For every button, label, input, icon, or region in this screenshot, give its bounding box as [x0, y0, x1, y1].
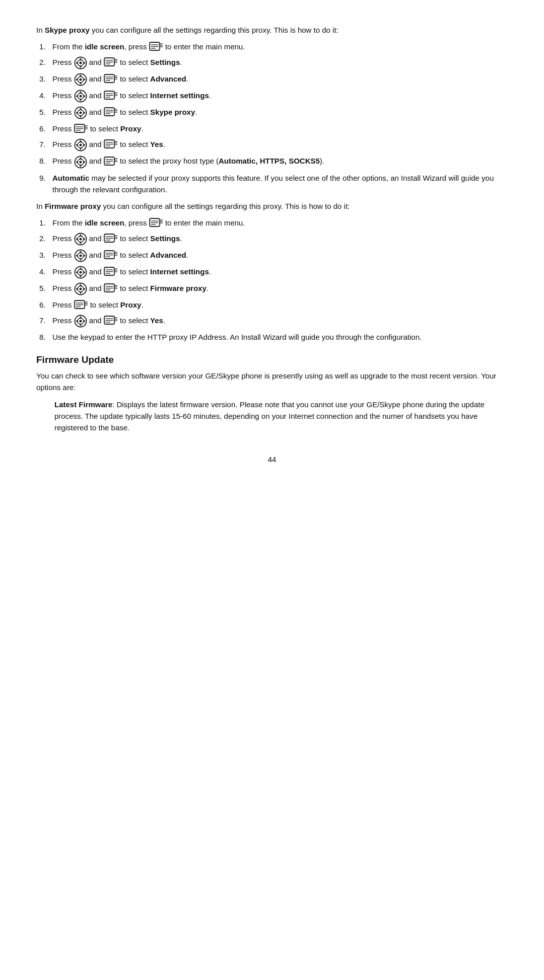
- svg-marker-86: [79, 157, 82, 159]
- step-content-9: Automatic may be selected if your proxy …: [52, 172, 508, 196]
- fw-scroll-icon-7: [74, 316, 87, 325]
- svg-marker-73: [79, 148, 82, 150]
- fw-step-7: 7. Press and to select Yes.: [36, 315, 508, 328]
- step-content-6: Press to select Proxy.: [52, 123, 508, 135]
- svg-marker-171: [79, 324, 82, 326]
- fw-step-content-1: From the idle screen, press to enter the…: [52, 217, 508, 229]
- skype-step-4: 4. Press and to select Internet settings…: [36, 90, 508, 103]
- skype-proxy-steps: 1. From the idle screen, press to enter …: [36, 41, 508, 195]
- skype-step-2: 2. Press and to select Settings.: [36, 56, 508, 69]
- fw-step-content-6: Press to select Proxy.: [52, 299, 508, 311]
- svg-point-111: [79, 238, 82, 241]
- step-num-7: 7.: [39, 138, 52, 150]
- skype-step-1: 1. From the idle screen, press to enter …: [36, 41, 508, 53]
- svg-point-174: [79, 320, 82, 323]
- step-content-5: Press and to select Skype proxy.: [52, 106, 508, 119]
- svg-marker-110: [84, 238, 86, 241]
- fw-step-content-8: Use the keypad to enter the HTTP proxy I…: [52, 331, 508, 343]
- fw-menu-btn-icon-2: [104, 234, 118, 243]
- fw-menu-btn-icon-3: [104, 251, 118, 259]
- svg-marker-37: [79, 91, 82, 93]
- firmware-proxy-steps: 1. From the idle screen, press to enter …: [36, 217, 508, 343]
- step-num-4: 4.: [39, 90, 52, 101]
- latest-firmware-text: Latest Firmware: Displays the latest fir…: [54, 399, 508, 434]
- svg-marker-109: [76, 238, 78, 241]
- fw-step-1: 1. From the idle screen, press to enter …: [36, 217, 508, 229]
- skype-step-9: 9. Automatic may be selected if your pro…: [36, 172, 508, 196]
- scroll-icon-7: [74, 140, 87, 148]
- svg-marker-88: [76, 161, 78, 163]
- fw-step-content-5: Press and to select Firmware proxy.: [52, 282, 508, 295]
- scroll-icon-2: [74, 58, 87, 66]
- step-num-2: 2.: [39, 56, 52, 68]
- svg-point-125: [79, 255, 82, 257]
- fw-step-content-3: Press and to select Advanced.: [52, 249, 508, 262]
- svg-marker-24: [79, 83, 82, 85]
- firmware-update-heading: Firmware Update: [36, 352, 508, 367]
- svg-point-139: [79, 271, 82, 274]
- svg-marker-107: [79, 234, 82, 236]
- svg-point-90: [79, 161, 82, 163]
- latest-firmware-block: Latest Firmware: Displays the latest fir…: [54, 399, 508, 434]
- firmware-proxy-intro: In Firmware proxy you can configure all …: [36, 200, 508, 212]
- fw-step-5: 5. Press and to select Firmware proxy.: [36, 282, 508, 295]
- fw-step-num-5: 5.: [39, 282, 52, 294]
- svg-marker-51: [79, 108, 82, 110]
- svg-marker-150: [79, 292, 82, 294]
- skype-proxy-intro: In Skype proxy you can configure all the…: [36, 24, 508, 36]
- fw-scroll-icon-4: [74, 267, 87, 276]
- page-number: 44: [36, 454, 508, 465]
- skype-step-5: 5. Press and to select Skype proxy.: [36, 106, 508, 119]
- fw-step-2: 2. Press and to select Settings.: [36, 233, 508, 246]
- step-num-1: 1.: [39, 41, 52, 52]
- menu-btn-icon-7: [104, 140, 118, 148]
- fw-step-num-6: 6.: [39, 299, 52, 311]
- menu-btn-icon-4: [104, 91, 118, 100]
- svg-marker-26: [84, 79, 86, 81]
- fw-step-4: 4. Press and to select Internet settings…: [36, 266, 508, 279]
- svg-marker-87: [79, 165, 82, 167]
- latest-firmware-bold: Latest Firmware: [54, 400, 112, 409]
- svg-marker-108: [79, 242, 82, 244]
- svg-marker-39: [76, 95, 78, 98]
- menu-btn-icon-6: [74, 124, 88, 133]
- fw-step-num-8: 8.: [39, 331, 52, 343]
- svg-point-13: [79, 62, 82, 64]
- svg-marker-75: [84, 144, 86, 146]
- svg-point-153: [79, 288, 82, 290]
- step-num-6: 6.: [39, 123, 52, 134]
- fw-step-num-7: 7.: [39, 315, 52, 326]
- svg-marker-10: [79, 66, 82, 68]
- fw-menu-btn-icon-5: [104, 284, 118, 292]
- fw-menu-btn-icon-6: [74, 300, 88, 309]
- fw-menu-btn-icon-7: [104, 316, 118, 325]
- step-num-3: 3.: [39, 73, 52, 85]
- svg-marker-172: [76, 320, 78, 323]
- svg-marker-52: [79, 116, 82, 118]
- fw-step-num-4: 4.: [39, 266, 52, 277]
- svg-marker-40: [84, 95, 86, 98]
- fw-step-6: 6. Press to select Proxy.: [36, 299, 508, 311]
- step-content-8: Press and to select the proxy host type …: [52, 155, 508, 168]
- step-num-8: 8.: [39, 155, 52, 167]
- svg-marker-135: [79, 267, 82, 269]
- fw-step-content-7: Press and to select Yes.: [52, 315, 508, 328]
- svg-marker-124: [84, 255, 86, 257]
- svg-marker-25: [76, 79, 78, 81]
- svg-point-41: [79, 95, 82, 98]
- svg-point-27: [79, 79, 82, 81]
- svg-marker-38: [79, 99, 82, 101]
- svg-marker-89: [84, 161, 86, 163]
- svg-marker-152: [84, 288, 86, 290]
- scroll-icon-8: [74, 157, 87, 165]
- svg-marker-53: [76, 112, 78, 114]
- svg-marker-122: [79, 259, 82, 261]
- svg-marker-136: [79, 275, 82, 277]
- page-container: In Skype proxy you can configure all the…: [36, 24, 508, 466]
- fw-step-num-2: 2.: [39, 233, 52, 244]
- fw-scroll-icon-5: [74, 284, 87, 292]
- firmware-update-para: You can check to see which software vers…: [36, 370, 508, 394]
- svg-marker-151: [76, 288, 78, 290]
- fw-menu-btn-icon-1: [149, 218, 163, 227]
- skype-step-8: 8. Press and to select the proxy host ty…: [36, 155, 508, 168]
